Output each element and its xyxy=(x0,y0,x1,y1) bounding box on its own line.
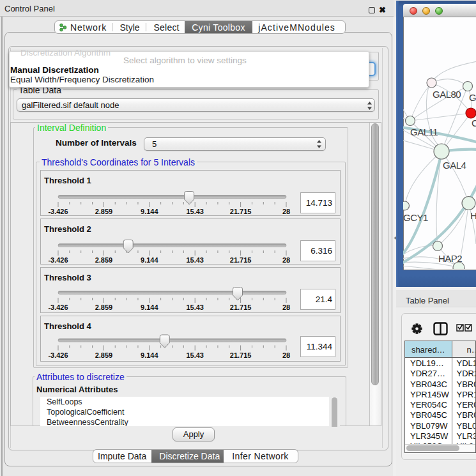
svg-text:HAP2: HAP2 xyxy=(438,253,462,264)
svg-text:15.43: 15.43 xyxy=(186,256,204,264)
svg-text:15.43: 15.43 xyxy=(186,208,204,215)
svg-text:GAL11: GAL11 xyxy=(410,127,438,137)
svg-text:28: 28 xyxy=(282,208,290,215)
svg-text:21.715: 21.715 xyxy=(230,351,252,358)
svg-text:2.859: 2.859 xyxy=(95,303,113,311)
svg-text:-3.426: -3.426 xyxy=(48,208,68,215)
svg-text:21.715: 21.715 xyxy=(230,208,252,215)
svg-text:H: H xyxy=(470,210,476,221)
svg-text:-3.426: -3.426 xyxy=(48,351,68,358)
svg-text:21.715: 21.715 xyxy=(230,303,252,311)
svg-text:21.715: 21.715 xyxy=(230,256,252,264)
svg-text:GAL80: GAL80 xyxy=(433,89,461,100)
svg-text:15.43: 15.43 xyxy=(186,303,204,311)
svg-text:2.859: 2.859 xyxy=(95,351,113,358)
svg-text:-3.426: -3.426 xyxy=(48,303,68,311)
svg-text:9.144: 9.144 xyxy=(141,303,158,311)
svg-text:C: C xyxy=(472,118,476,128)
svg-text:9.144: 9.144 xyxy=(141,208,158,215)
svg-text:9.144: 9.144 xyxy=(141,351,158,358)
svg-text:9.144: 9.144 xyxy=(141,256,158,264)
svg-text:GA: GA xyxy=(469,92,476,103)
svg-text:GCY1: GCY1 xyxy=(403,212,428,223)
svg-text:28: 28 xyxy=(282,256,290,264)
svg-text:-3.426: -3.426 xyxy=(48,256,68,264)
svg-text:28: 28 xyxy=(282,351,290,358)
svg-text:28: 28 xyxy=(282,303,290,311)
svg-text:GAL4: GAL4 xyxy=(443,160,466,171)
svg-text:2.859: 2.859 xyxy=(95,256,113,264)
svg-text:2.859: 2.859 xyxy=(95,208,113,215)
svg-text:15.43: 15.43 xyxy=(186,351,204,358)
